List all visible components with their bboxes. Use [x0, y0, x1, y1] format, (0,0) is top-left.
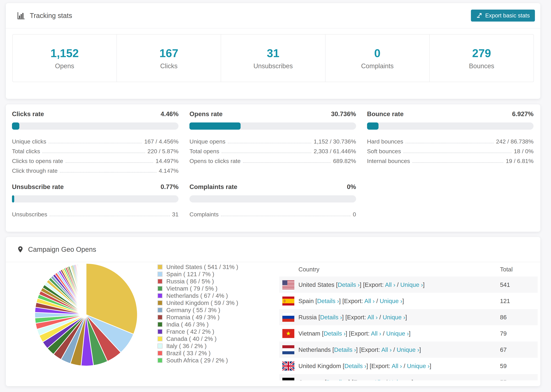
- export-all-link[interactable]: All ›: [392, 363, 402, 369]
- country-name: Spain: [298, 298, 314, 304]
- rates-grid: Clicks rate4.46%Unique clicks167 / 4.456…: [6, 104, 540, 218]
- table-row-germany: Germany [Details ›] [Export: All › / Uni…: [279, 374, 538, 380]
- legend-item-south-africa[interactable]: South Africa ( 29 / 2% ): [157, 357, 238, 364]
- progress-fill: [12, 122, 19, 130]
- legend-item-canada[interactable]: Canada ( 40 / 2% ): [157, 335, 238, 343]
- export-basic-stats-button[interactable]: Export basic stats: [471, 10, 535, 21]
- panel-title: Opens rate: [190, 111, 222, 118]
- geo-pie-svg: [33, 262, 140, 368]
- legend-item-germany[interactable]: Germany ( 55 / 3% ): [157, 307, 238, 314]
- panel-value: 6.927%: [512, 111, 534, 118]
- stat-row: Unsubscribes31: [12, 208, 178, 218]
- details-link[interactable]: Details ›: [320, 314, 342, 321]
- legend-item-netherlands[interactable]: Netherlands ( 67 / 4% ): [157, 292, 238, 299]
- stat-row-value: 242 / 86.738%: [496, 138, 534, 145]
- legend-item-russia[interactable]: Russia ( 86 / 5% ): [157, 278, 238, 285]
- export-unique-link[interactable]: Unique ›: [389, 379, 411, 381]
- stat-row-label: Unsubscribes: [12, 211, 47, 218]
- flag-icon-nl: [282, 345, 294, 354]
- stat-row: Unique clicks167 / 4.456%: [12, 135, 178, 145]
- total-cell: 121: [500, 298, 538, 304]
- dotted-leader: [243, 162, 331, 163]
- geo-section-title: Campaign Geo Opens: [28, 245, 96, 253]
- legend-label: United States ( 541 / 31% ): [166, 264, 238, 270]
- export-all-link[interactable]: All ›: [385, 281, 395, 288]
- panel-title-row: Bounce rate6.927%: [367, 111, 534, 118]
- export-all-link[interactable]: All ›: [367, 314, 378, 321]
- details-link[interactable]: Details ›: [345, 363, 366, 369]
- export-unique-link[interactable]: Unique ›: [400, 281, 423, 288]
- stat-value: 1,152: [50, 47, 79, 60]
- legend-swatch: [157, 293, 162, 298]
- dotted-leader: [60, 172, 156, 173]
- stat-label: Opens: [55, 63, 74, 70]
- export-all-link[interactable]: All ›: [364, 298, 374, 304]
- legend-item-spain[interactable]: Spain ( 121 / 7% ): [157, 271, 238, 278]
- panel-unsubscribe-rate: Unsubscribe rate0.77%Unsubscribes31: [12, 183, 178, 218]
- export-all-link[interactable]: All ›: [381, 346, 391, 353]
- country-name: Vietnam: [298, 330, 320, 337]
- panel-value: 0%: [347, 183, 356, 190]
- country-name: United Kingdom: [298, 363, 341, 369]
- panel-rows: Complaints0: [190, 208, 356, 218]
- legend-swatch: [157, 343, 162, 349]
- stat-row-label: Unique clicks: [12, 138, 46, 145]
- stat-row: Total opens2,303 / 61.446%: [190, 145, 356, 155]
- table-row-united-states: United States [Details ›] [Export: All ›…: [279, 277, 538, 293]
- stat-label: Complaints: [361, 63, 394, 70]
- legend-label: Vietnam ( 79 / 5% ): [166, 285, 218, 292]
- stat-row-value: 14.497%: [155, 158, 178, 164]
- panel-title-row: Opens rate30.736%: [190, 111, 356, 118]
- total-cell: 541: [500, 281, 538, 288]
- table-row-vietnam: Vietnam [Details ›] [Export: All › / Uni…: [279, 325, 538, 342]
- stat-row-label: Clicks to opens rate: [12, 158, 63, 164]
- bar-chart-icon: [17, 11, 26, 20]
- details-link[interactable]: Details ›: [334, 346, 356, 353]
- details-link[interactable]: Details ›: [338, 281, 360, 288]
- legend-item-italy[interactable]: Italy ( 36 / 2% ): [157, 343, 238, 350]
- legend-swatch: [157, 315, 162, 320]
- export-unique-link[interactable]: Unique ›: [380, 298, 402, 304]
- details-link[interactable]: Details ›: [317, 298, 339, 304]
- export-unique-link[interactable]: Unique ›: [407, 363, 430, 369]
- stat-value: 167: [160, 47, 178, 60]
- geo-header: Campaign Geo Opens: [6, 237, 540, 262]
- panel-value: 30.736%: [331, 111, 356, 118]
- legend-swatch: [157, 308, 162, 313]
- legend-label: Brazil ( 33 / 2% ): [166, 350, 211, 357]
- export-all-link[interactable]: All ›: [374, 379, 384, 381]
- export-all-link[interactable]: All ›: [371, 330, 381, 337]
- flag-icon-vn: [282, 329, 294, 338]
- legend-swatch: [157, 279, 162, 284]
- geo-legend: United States ( 541 / 31% )Spain ( 121 /…: [157, 263, 238, 364]
- dotted-leader: [65, 162, 153, 163]
- country-cell: Germany [Details ›] [Export: All › / Uni…: [279, 379, 500, 381]
- stat-label: Unsubscribes: [254, 63, 293, 70]
- dotted-leader: [50, 216, 170, 216]
- details-link[interactable]: Details ›: [326, 379, 348, 381]
- progress-bar: [367, 122, 534, 130]
- stat-row-value: 0: [353, 211, 356, 218]
- panel-title-row: Complaints rate0%: [190, 183, 356, 190]
- stat-row: Hard bounces242 / 86.738%: [367, 135, 534, 145]
- stats-row: 1,152Opens167Clicks31Unsubscribes0Compla…: [12, 34, 534, 82]
- legend-item-brazil[interactable]: Brazil ( 33 / 2% ): [157, 350, 238, 357]
- legend-item-vietnam[interactable]: Vietnam ( 79 / 5% ): [157, 285, 238, 292]
- legend-label: France ( 42 / 2% ): [166, 328, 214, 335]
- legend-item-romania[interactable]: Romania ( 49 / 3% ): [157, 314, 238, 321]
- legend-item-india[interactable]: India ( 46 / 3% ): [157, 321, 238, 328]
- panel-rows: Unique clicks167 / 4.456%Total clicks220…: [12, 135, 178, 174]
- export-unique-link[interactable]: Unique ›: [386, 330, 409, 337]
- export-unique-link[interactable]: Unique ›: [397, 346, 419, 353]
- details-link[interactable]: Details ›: [324, 330, 346, 337]
- legend-item-united-states[interactable]: United States ( 541 / 31% ): [157, 263, 238, 271]
- legend-item-united-kingdom[interactable]: United Kingdom ( 59 / 3% ): [157, 299, 238, 307]
- tracking-stats-card: Tracking stats Export basic stats 1,152O…: [6, 3, 540, 99]
- legend-item-france[interactable]: France ( 42 / 2% ): [157, 328, 238, 335]
- geo-table-rows: United States [Details ›] [Export: All ›…: [279, 277, 538, 380]
- export-unique-link[interactable]: Unique ›: [383, 314, 405, 321]
- stat-cell-unsubscribes: 31Unsubscribes: [221, 35, 325, 82]
- stat-cell-bounces: 279Bounces: [429, 35, 534, 82]
- panel-title: Bounce rate: [367, 111, 404, 118]
- legend-swatch: [157, 358, 162, 363]
